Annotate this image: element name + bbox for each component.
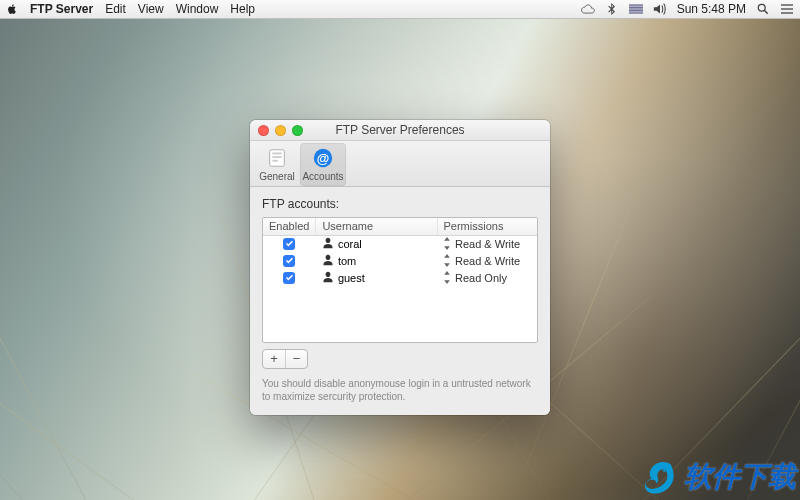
- notification-center-icon[interactable]: [780, 3, 794, 15]
- permission-cell: Read & Write: [455, 238, 520, 250]
- menubar-item-view[interactable]: View: [138, 2, 164, 16]
- menubar-clock[interactable]: Sun 5:48 PM: [677, 2, 746, 16]
- username-cell: coral: [338, 238, 362, 250]
- col-username[interactable]: Username: [316, 218, 437, 235]
- tab-accounts-label: Accounts: [302, 171, 343, 182]
- table-row[interactable]: tomRead & Write: [263, 253, 537, 270]
- spotlight-icon[interactable]: [756, 3, 770, 15]
- username-cell: tom: [338, 255, 356, 267]
- stepper-icon[interactable]: [443, 254, 451, 269]
- tab-general[interactable]: General: [254, 143, 300, 186]
- permission-cell: Read Only: [455, 272, 507, 284]
- svg-rect-13: [272, 153, 281, 155]
- svg-rect-14: [272, 156, 281, 158]
- zoom-button[interactable]: [292, 125, 303, 136]
- svg-point-7: [758, 4, 765, 11]
- volume-icon[interactable]: [653, 3, 667, 15]
- tab-accounts[interactable]: @ Accounts: [300, 143, 346, 186]
- enabled-checkbox[interactable]: [283, 255, 295, 267]
- minimize-button[interactable]: [275, 125, 286, 136]
- remove-button[interactable]: −: [285, 350, 307, 368]
- preferences-toolbar: General @ Accounts: [250, 141, 550, 187]
- table-row[interactable]: guestRead Only: [263, 270, 537, 287]
- menubar-item-help[interactable]: Help: [230, 2, 255, 16]
- svg-text:@: @: [317, 151, 330, 166]
- user-icon: [322, 271, 334, 285]
- username-cell: guest: [338, 272, 365, 284]
- svg-rect-0: [629, 4, 643, 13]
- bluetooth-icon[interactable]: [605, 3, 619, 15]
- flag-icon[interactable]: [629, 3, 643, 15]
- tab-general-label: General: [259, 171, 295, 182]
- col-permissions[interactable]: Permissions: [437, 218, 537, 235]
- enabled-checkbox[interactable]: [283, 272, 295, 284]
- menubar-item-edit[interactable]: Edit: [105, 2, 126, 16]
- watermark-text: 软件下载: [684, 458, 796, 496]
- add-button[interactable]: +: [263, 350, 285, 368]
- svg-point-18: [663, 469, 666, 472]
- menubar: FTP Server Edit View Window Help Sun 5:4…: [0, 0, 800, 19]
- section-label: FTP accounts:: [262, 197, 538, 211]
- apple-menu-icon[interactable]: [6, 3, 18, 15]
- stepper-icon[interactable]: [443, 271, 451, 286]
- svg-rect-15: [272, 160, 278, 162]
- dragon-icon: [634, 458, 678, 496]
- stepper-icon[interactable]: [443, 237, 451, 252]
- col-enabled[interactable]: Enabled: [263, 218, 316, 235]
- window-titlebar[interactable]: FTP Server Preferences: [250, 120, 550, 141]
- preferences-window: FTP Server Preferences General @ Account…: [250, 120, 550, 415]
- svg-line-8: [764, 10, 767, 13]
- user-icon: [322, 254, 334, 268]
- menubar-item-window[interactable]: Window: [176, 2, 219, 16]
- watermark: 软件下载: [634, 458, 800, 496]
- hint-text: You should disable anonymouse login in a…: [262, 377, 538, 403]
- accounts-icon: @: [312, 147, 334, 169]
- enabled-checkbox[interactable]: [283, 238, 295, 250]
- user-icon: [322, 237, 334, 251]
- close-button[interactable]: [258, 125, 269, 136]
- accounts-table: Enabled Username Permissions coralRead &…: [262, 217, 538, 343]
- permission-cell: Read & Write: [455, 255, 520, 267]
- table-row[interactable]: coralRead & Write: [263, 235, 537, 253]
- menubar-app-name[interactable]: FTP Server: [30, 2, 93, 16]
- general-icon: [266, 147, 288, 169]
- icloud-icon[interactable]: [581, 3, 595, 15]
- add-remove-buttons: + −: [262, 349, 308, 369]
